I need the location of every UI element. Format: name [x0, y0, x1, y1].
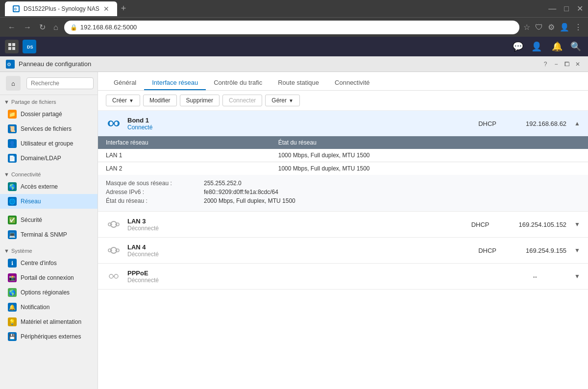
sidebar-section-connectivity-header[interactable]: ▼ Connectivité	[0, 170, 98, 179]
forward-button[interactable]: →	[22, 22, 33, 33]
user-icon[interactable]: 👤	[531, 41, 542, 52]
reload-button[interactable]: ↻	[37, 22, 48, 33]
app-toolbar: DS 💬 👤 🔔 🔍	[0, 37, 588, 56]
profiles-icon[interactable]: 👤	[560, 23, 569, 32]
modifier-button[interactable]: Modifier	[143, 95, 177, 106]
svg-text:⚙: ⚙	[7, 62, 11, 67]
extensions-icon[interactable]: ⚙	[548, 23, 555, 32]
sidebar-item-notification[interactable]: 🔔 Notification	[0, 300, 98, 315]
menu-icon[interactable]: ⋮	[574, 23, 582, 32]
peripheriques-icon: 💾	[8, 332, 17, 341]
sidebar-item-services[interactable]: 📜 Services de fichiers	[0, 122, 98, 136]
supprimer-button[interactable]: Supprimer	[180, 95, 220, 106]
close-browser-button[interactable]: ✕	[577, 4, 583, 13]
shield-icon[interactable]: 🛡	[535, 23, 543, 32]
new-tab-button[interactable]: +	[121, 3, 126, 14]
sidebar-item-portail-label: Portail de connexion	[21, 274, 74, 281]
restore-button[interactable]: ⧠	[563, 60, 571, 69]
sidebar-item-utilisateur-label: Utilisateur et groupe	[21, 140, 73, 147]
app-grid-icon[interactable]	[5, 40, 19, 53]
net-item-pppoe-header[interactable]: PPPoE Déconnecté -- ▼	[98, 264, 588, 289]
connecter-button[interactable]: Connecter	[222, 95, 262, 106]
sidebar-item-securite[interactable]: ✅ Sécurité	[0, 213, 98, 227]
app-dsm-icon[interactable]: DS	[23, 40, 36, 53]
ipv6-label: Adresse IPv6 :	[106, 189, 204, 195]
utilisateur-icon: 👤	[8, 139, 17, 148]
table-row-lan2[interactable]: LAN 2 1000 Mbps, Full duplex, MTU 1500	[98, 162, 588, 175]
search-input[interactable]	[26, 77, 94, 89]
pppoe-name: PPPoE	[127, 269, 533, 277]
tab-connectivite[interactable]: Connectivité	[327, 76, 378, 90]
net-item-lan4-header[interactable]: LAN 4 Déconnecté DHCP 169.254.9.155 ▼	[98, 238, 588, 263]
sidebar-item-materiel[interactable]: 💡 Matériel et alimentation	[0, 315, 98, 329]
acces-icon: 🌎	[8, 182, 17, 191]
sidebar-item-acces[interactable]: 🌎 Accès externe	[0, 179, 98, 194]
chat-icon[interactable]: 💬	[513, 41, 523, 52]
address-bar[interactable]: 🔒 192.168.68.62:5000	[64, 21, 519, 34]
notifications-icon[interactable]: 🔔	[552, 41, 563, 52]
tab-close-button[interactable]: ✕	[103, 5, 109, 13]
creer-button[interactable]: Créer ▼	[106, 95, 140, 106]
net-item-bond1-info: Bond 1 Connecté	[127, 117, 478, 131]
net-item-bond1-header[interactable]: Bond 1 Connecté DHCP 192.168.68.62 ▲	[98, 111, 588, 136]
minimize-button[interactable]: −	[552, 60, 561, 69]
chevron-down-icon: ▼	[4, 99, 9, 105]
sidebar-item-peripheriques[interactable]: 💾 Périphériques externes	[0, 329, 98, 344]
toolbar-row: Créer ▼ Modifier Supprimer Connecter Gér…	[98, 91, 588, 111]
sidebar-item-domaine[interactable]: 📄 Domaine/LDAP	[0, 151, 98, 166]
home-icon: ⌂	[11, 80, 15, 87]
browser-right-icons: ☆ 🛡 ⚙ 👤 ⋮	[523, 23, 582, 32]
net-item-bond1-right: DHCP 192.168.68.62	[478, 120, 566, 127]
tab-route-statique[interactable]: Route statique	[270, 76, 327, 90]
sidebar-item-portail[interactable]: 📸 Portail de connexion	[0, 270, 98, 285]
home-button[interactable]: ⌂	[51, 22, 60, 33]
sidebar-item-materiel-label: Matériel et alimentation	[21, 318, 81, 325]
sidebar-item-dossier[interactable]: 📁 Dossier partagé	[0, 107, 98, 122]
sidebar-item-notification-label: Notification	[21, 304, 49, 311]
browser-tab[interactable]: D DS1522Plus - Synology NAS ✕	[5, 1, 117, 16]
star-icon[interactable]: ☆	[523, 23, 530, 32]
sidebar-section-sharing-header[interactable]: ▼ Partage de fichiers	[0, 97, 98, 107]
notification-icon: 🔔	[8, 303, 17, 312]
bond1-chevron-icon: ▲	[574, 120, 580, 127]
creer-label: Créer	[112, 97, 127, 104]
securite-icon: ✅	[8, 216, 17, 224]
help-button[interactable]: ?	[541, 60, 550, 69]
home-sidebar-button[interactable]: ⌂	[6, 76, 21, 91]
tab-controle-trafic[interactable]: Contrôle du trafic	[206, 76, 270, 90]
lan3-name: LAN 3	[127, 218, 471, 225]
window-title: Panneau de configuration	[19, 60, 541, 68]
svg-rect-2	[8, 43, 11, 46]
table-row-lan1[interactable]: LAN 1 1000 Mbps, Full duplex, MTU 1500	[98, 149, 588, 162]
back-button[interactable]: ←	[6, 22, 18, 33]
sidebar-item-options-label: Options régionales	[21, 289, 70, 296]
tab-interface-reseau[interactable]: Interface réseau	[144, 76, 206, 90]
sidebar-item-terminal[interactable]: 💻 Terminal & SNMP	[0, 227, 98, 242]
sidebar-section-system-header[interactable]: ▼ Système	[0, 246, 98, 256]
search-global-icon[interactable]: 🔍	[570, 41, 581, 52]
sidebar-item-utilisateur[interactable]: 👤 Utilisateur et groupe	[0, 136, 98, 151]
tab-general[interactable]: Général	[106, 76, 144, 90]
net-item-lan3-header[interactable]: LAN 3 Déconnecté DHCP 169.254.105.152 ▼	[98, 212, 588, 237]
tabs-row: Général Interface réseau Contrôle du tra…	[98, 72, 588, 91]
chevron-down-icon-3: ▼	[4, 248, 9, 254]
close-window-button[interactable]: ✕	[573, 60, 582, 69]
svg-rect-4	[8, 47, 11, 50]
sidebar-section-system: ▼ Système ℹ Centre d'infos 📸 Portail de …	[0, 244, 98, 346]
creer-dropdown-arrow: ▼	[129, 98, 134, 103]
restore-browser-button[interactable]: □	[564, 4, 569, 13]
sidebar-top: ⌂	[0, 72, 98, 95]
sidebar-item-reseau[interactable]: 🌐 Réseau	[0, 194, 98, 209]
sidebar-item-centre[interactable]: ℹ Centre d'infos	[0, 256, 98, 270]
lan2-state: 1000 Mbps, Full duplex, MTU 1500	[270, 162, 588, 175]
address-text: 192.168.68.62:5000	[80, 24, 137, 31]
sidebar-item-options[interactable]: 🌎 Options régionales	[0, 285, 98, 300]
portail-icon: 📸	[8, 273, 17, 282]
lan3-icon	[106, 217, 122, 232]
gerer-button[interactable]: Gérer ▼	[265, 95, 300, 106]
minimize-browser-button[interactable]: —	[548, 4, 556, 13]
net-item-lan4-info: LAN 4 Déconnecté	[127, 243, 478, 258]
net-item-lan3-right: DHCP 169.254.105.152	[471, 221, 566, 228]
tab-title: DS1522Plus - Synology NAS	[24, 5, 99, 12]
net-item-pppoe-info: PPPoE Déconnecté	[127, 269, 533, 284]
